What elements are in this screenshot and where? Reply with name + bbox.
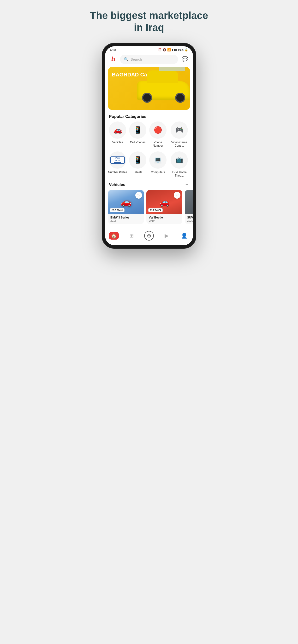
nav-item-home[interactable]: 🏠 bbox=[105, 232, 123, 240]
signal-icon: ▮▮▮ bbox=[172, 48, 177, 52]
category-item-tablets[interactable]: 📱 Tablets bbox=[128, 152, 147, 178]
battery-level: 60% bbox=[178, 48, 184, 52]
vehicle-card-1[interactable]: 🚗 ♡ 22-B 56491 BMW 3 Series 2018 bbox=[108, 190, 144, 224]
wifi-icon: 📶 bbox=[167, 48, 171, 52]
favorite-button-2[interactable]: ♡ bbox=[174, 192, 181, 198]
phone-mockup: 6:53 ⏰ 🔇 📶 ▮▮▮ 60% 🔒 b 🔍 Search 💬 bbox=[102, 43, 196, 248]
nav-item-play[interactable]: ▶ bbox=[158, 233, 175, 239]
favorite-button-1[interactable]: ♡ bbox=[135, 192, 142, 198]
add-button[interactable]: ⊕ bbox=[144, 231, 154, 240]
category-label-video-game: Video Game Cons... bbox=[169, 141, 190, 148]
profile-icon: 👤 bbox=[181, 233, 187, 239]
vehicle-card-img-3: 🚙 ♡ bbox=[185, 190, 193, 214]
license-plate-1: 22-B 56491 bbox=[110, 208, 124, 212]
category-icon-vehicles: 🚗 bbox=[109, 122, 126, 139]
add-icon: ⊕ bbox=[147, 233, 151, 239]
category-icon-tablets: 📱 bbox=[129, 152, 146, 169]
chat-button[interactable]: 💬 bbox=[181, 55, 189, 64]
bottom-nav: 🏠 ⊞ ⊕ ▶ 👤 bbox=[105, 228, 193, 245]
vehicle-card-2[interactable]: 🚗 ♡ 21-F 34374 VW Beetle 2019 bbox=[146, 190, 182, 224]
category-label-tv: TV & Home Thea... bbox=[169, 170, 190, 178]
plate-icon: IRAQ ص س ▬▬▬▬ bbox=[110, 156, 125, 164]
vehicle-info-1: BMW 3 Series 2018 bbox=[108, 214, 144, 224]
category-item-video-game[interactable]: 🎮 Video Game Cons... bbox=[169, 122, 190, 148]
nav-item-add[interactable]: ⊕ bbox=[140, 231, 158, 240]
play-icon: ▶ bbox=[165, 233, 169, 239]
category-item-phone-number[interactable]: 🔴 Phone Number bbox=[148, 122, 168, 148]
nav-item-categories[interactable]: ⊞ bbox=[123, 233, 140, 239]
battery-icon: 🔒 bbox=[185, 48, 188, 52]
vehicles-section-title: Vehicles bbox=[109, 182, 125, 187]
banner-car-image bbox=[130, 76, 190, 110]
category-item-tv[interactable]: 📺 TV & Home Thea... bbox=[169, 152, 190, 178]
app-header: b 🔍 Search 💬 bbox=[105, 53, 193, 67]
vehicle-cards-list: 🚗 ♡ 22-B 56491 BMW 3 Series 2018 🚗 ♡ 21-… bbox=[105, 190, 193, 228]
popular-categories-section: Popular Categories 🚗 Vehicles 📱 Cell Pho… bbox=[105, 110, 193, 181]
category-item-cell-phones[interactable]: 📱 Cell Phones bbox=[128, 122, 147, 148]
mute-icon: 🔇 bbox=[163, 48, 166, 52]
status-bar: 6:53 ⏰ 🔇 📶 ▮▮▮ 60% 🔒 bbox=[105, 46, 193, 53]
category-label-cell-phones: Cell Phones bbox=[130, 141, 146, 144]
alarm-icon: ⏰ bbox=[158, 48, 162, 52]
vehicle-year-1: 2018 bbox=[110, 219, 141, 222]
vehicle-year-3: 2020 bbox=[187, 219, 193, 222]
vehicle-name-1: BMW 3 Series bbox=[110, 216, 141, 219]
popular-categories-title: Popular Categories bbox=[109, 114, 146, 119]
page-headline: The biggest marketplace in Iraq bbox=[90, 10, 208, 34]
vehicle-card-3[interactable]: 🚙 ♡ SUV 2020 bbox=[185, 190, 193, 224]
nav-item-profile[interactable]: 👤 bbox=[175, 233, 193, 239]
vehicle-name-2: VW Beetle bbox=[149, 216, 180, 219]
license-plate-2: 21-F 34374 bbox=[148, 208, 163, 212]
category-label-tablets: Tablets bbox=[133, 170, 142, 174]
banner[interactable]: BAGHDAD Car Shows bbox=[108, 67, 190, 110]
app-logo[interactable]: b bbox=[109, 55, 117, 64]
vehicle-info-2: VW Beetle 2019 bbox=[146, 214, 182, 224]
status-time: 6:53 bbox=[110, 48, 116, 52]
category-label-vehicles: Vehicles bbox=[112, 141, 123, 144]
phone-screen: 6:53 ⏰ 🔇 📶 ▮▮▮ 60% 🔒 b 🔍 Search 💬 bbox=[105, 46, 193, 246]
vehicle-card-img-2: 🚗 ♡ 21-F 34374 bbox=[146, 190, 182, 214]
vehicles-arrow[interactable]: → bbox=[185, 182, 189, 187]
vehicle-name-3: SUV bbox=[187, 216, 193, 219]
search-icon: 🔍 bbox=[124, 57, 129, 62]
categories-row-2: IRAQ ص س ▬▬▬▬ Number Plates 📱 Tablets bbox=[105, 152, 193, 181]
category-item-number-plates[interactable]: IRAQ ص س ▬▬▬▬ Number Plates bbox=[108, 152, 127, 178]
home-icon: 🏠 bbox=[111, 233, 117, 238]
category-label-number-plates: Number Plates bbox=[108, 170, 127, 174]
categories-icon: ⊞ bbox=[129, 233, 134, 239]
vehicle-year-2: 2019 bbox=[149, 219, 180, 222]
category-icon-tv: 📺 bbox=[171, 152, 188, 169]
category-item-vehicles[interactable]: 🚗 Vehicles bbox=[108, 122, 127, 148]
nav-home-bg: 🏠 bbox=[109, 232, 119, 240]
category-label-phone-number: Phone Number bbox=[148, 141, 168, 148]
logo-letter: b bbox=[111, 55, 115, 63]
category-label-computers: Computers bbox=[151, 170, 165, 174]
search-bar[interactable]: 🔍 Search bbox=[120, 54, 178, 64]
vehicles-title-row: Vehicles → bbox=[105, 181, 193, 190]
vehicles-section: Vehicles → 🚗 ♡ 22-B 56491 BMW 3 Series 2… bbox=[105, 181, 193, 228]
category-icon-cell-phones: 📱 bbox=[129, 122, 146, 139]
category-icon-phone-number: 🔴 bbox=[149, 122, 167, 139]
status-icons: ⏰ 🔇 📶 ▮▮▮ 60% 🔒 bbox=[158, 48, 188, 52]
popular-categories-header: Popular Categories bbox=[105, 110, 193, 122]
category-icon-video-game: 🎮 bbox=[171, 122, 188, 139]
vehicle-card-img-1: 🚗 ♡ 22-B 56491 bbox=[108, 190, 144, 214]
category-icon-computers: 💻 bbox=[149, 152, 167, 169]
category-item-computers[interactable]: 💻 Computers bbox=[148, 152, 168, 178]
category-icon-number-plates: IRAQ ص س ▬▬▬▬ bbox=[109, 152, 126, 169]
vehicle-info-3: SUV 2020 bbox=[185, 214, 193, 224]
categories-row-1: 🚗 Vehicles 📱 Cell Phones 🔴 Phone N bbox=[105, 122, 193, 152]
search-placeholder-text: Search bbox=[130, 57, 142, 61]
